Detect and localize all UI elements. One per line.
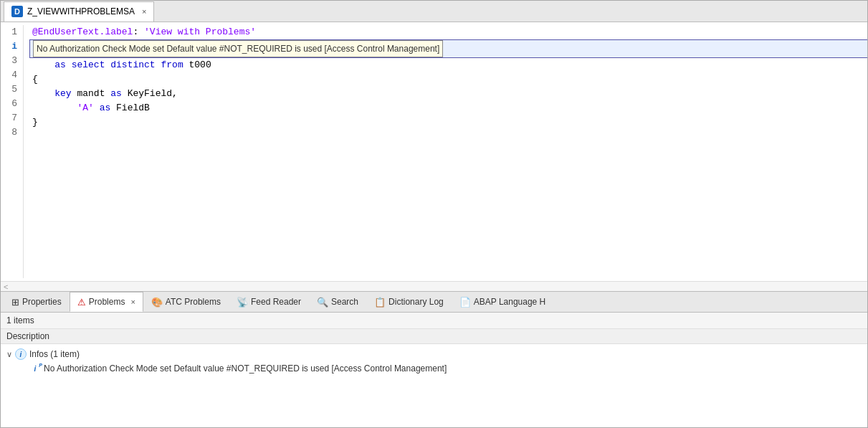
tab-feed-reader[interactable]: 📡 Feed Reader	[229, 292, 309, 312]
editor-tab[interactable]: D Z_VIEWWITHPROBLEMSA ×	[4, 1, 154, 22]
tab-label: Z_VIEWWITHPROBLEMSA	[27, 6, 135, 16]
tab-d-icon: D	[11, 6, 23, 17]
chevron-down-icon: ∨	[6, 350, 12, 359]
code-span: distinct	[110, 58, 155, 72]
search-icon: 🔍	[317, 297, 328, 308]
tab-problems-label: Problems	[89, 297, 125, 307]
code-span	[32, 58, 54, 72]
code-span: t000	[183, 58, 211, 72]
code-span: FieldB	[110, 101, 150, 115]
code-span: key	[54, 87, 71, 101]
tab-dictionary-log-label: Dictionary Log	[388, 297, 444, 307]
horizontal-scrollbar[interactable]: <	[1, 281, 867, 291]
code-line-5: key mandt as KeyField,	[32, 87, 867, 101]
panel-tab-bar: ⊞ Properties ⚠ Problems × 🎨 ATC Problems…	[1, 291, 867, 313]
tab-problems-close[interactable]: ×	[130, 298, 135, 306]
tree-group-label: Infos (1 item)	[29, 349, 80, 359]
line-number-5: 5	[4, 82, 17, 97]
dictionary-log-icon: 📋	[374, 297, 386, 308]
tab-abap-language[interactable]: 📄 ABAP Language H	[452, 292, 554, 312]
code-span	[32, 101, 77, 115]
tab-search-label: Search	[331, 297, 358, 307]
problems-icon: ⚠	[77, 297, 86, 308]
code-span: select	[72, 58, 105, 72]
code-span: mandt	[72, 87, 111, 101]
code-lines: @EndUserText.label: 'View with Problems'…	[24, 25, 867, 278]
code-span: as	[54, 58, 66, 72]
code-line-3: as select distinct from t000	[32, 58, 867, 72]
tree-child-item[interactable]: iP No Authorization Check Mode set Defau…	[6, 361, 862, 376]
tab-properties[interactable]: ⊞ Properties	[4, 292, 70, 312]
panel-content: 1 items Description ∨ i Infos (1 item) i…	[1, 313, 867, 427]
line-numbers: 1 i 3 4 5 6 7 8	[1, 25, 24, 278]
main-container: D Z_VIEWWITHPROBLEMSA × 1 i 3 4 5 6 7 8	[0, 0, 868, 428]
code-span: :	[133, 25, 144, 39]
code-span: }	[32, 115, 38, 130]
abap-language-icon: 📄	[459, 297, 471, 308]
code-span	[94, 101, 100, 115]
line-number-4: 4	[4, 68, 17, 82]
line-number-1: 1	[4, 25, 17, 39]
tree-child-info-icon: iP	[29, 363, 41, 374]
tree-info-icon: i	[15, 348, 27, 360]
tree-child-label: No Authorization Check Mode set Default …	[44, 363, 447, 374]
tab-dictionary-log[interactable]: 📋 Dictionary Log	[366, 292, 452, 312]
code-line-2: No Authorization Check Mode set Default …	[29, 39, 867, 58]
properties-icon: ⊞	[11, 297, 19, 308]
atc-icon: 🎨	[151, 297, 163, 308]
code-span: 'A'	[77, 101, 93, 115]
line-number-7: 7	[4, 111, 17, 125]
code-span	[156, 58, 161, 72]
line-number-3: 3	[4, 54, 17, 68]
code-span: KeyField,	[122, 87, 178, 101]
info-icon-line2: i	[11, 41, 17, 52]
tab-atc-label: ATC Problems	[166, 297, 221, 307]
code-line-6: 'A' as FieldB	[32, 101, 867, 115]
panel-tree: ∨ i Infos (1 item) iP No Authorization C…	[1, 344, 867, 427]
code-span	[66, 58, 72, 72]
feed-reader-icon: 📡	[237, 297, 248, 308]
tab-atc-problems[interactable]: 🎨 ATC Problems	[143, 292, 229, 312]
tab-properties-label: Properties	[22, 297, 62, 307]
tab-close-button[interactable]: ×	[142, 7, 146, 16]
tab-abap-language-label: ABAP Language H	[474, 297, 546, 307]
code-span	[32, 130, 38, 144]
editor-area: 1 i 3 4 5 6 7 8 @EndUserText.label: 'Vie…	[1, 22, 867, 291]
tab-search[interactable]: 🔍 Search	[309, 292, 366, 312]
code-line-4: {	[32, 72, 867, 87]
tooltip-text: No Authorization Check Mode set Default …	[33, 40, 443, 57]
editor-tab-bar: D Z_VIEWWITHPROBLEMSA ×	[1, 1, 867, 22]
line-number-6: 6	[4, 97, 17, 111]
code-span	[32, 87, 54, 101]
line-number-2: i	[4, 39, 17, 54]
code-span: as	[110, 87, 122, 101]
tab-problems[interactable]: ⚠ Problems ×	[70, 292, 143, 312]
tree-group-item[interactable]: ∨ i Infos (1 item)	[6, 347, 862, 361]
code-span	[105, 58, 110, 72]
code-line-7: }	[32, 115, 867, 130]
line-number-8: 8	[4, 125, 17, 140]
panel-count: 1 items	[1, 313, 867, 329]
scroll-left-indicator: <	[4, 282, 8, 291]
code-span: from	[161, 58, 183, 72]
code-span: {	[32, 72, 38, 87]
tab-feed-reader-label: Feed Reader	[251, 297, 301, 307]
panel-table-header: Description	[1, 329, 867, 344]
code-span: @EndUserText.label	[32, 25, 133, 39]
code-span: as	[100, 101, 111, 115]
code-line-8	[32, 130, 867, 144]
code-span: 'View with Problems'	[144, 25, 256, 39]
code-line-1: @EndUserText.label: 'View with Problems'	[32, 25, 867, 39]
code-content: 1 i 3 4 5 6 7 8 @EndUserText.label: 'Vie…	[1, 22, 867, 281]
